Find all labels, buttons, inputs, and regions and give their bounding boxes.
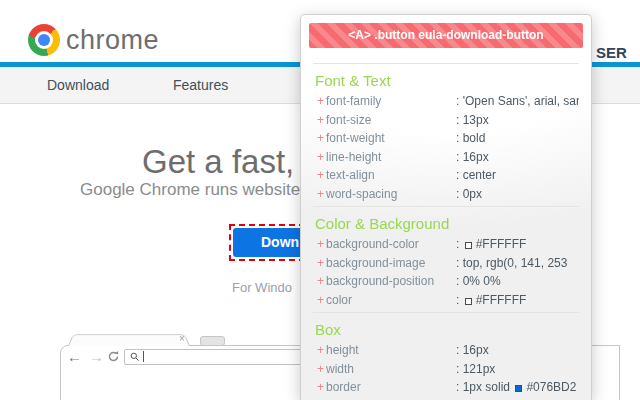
css-property-name: background-color (326, 237, 456, 251)
css-property-value: : #FFFFFF (456, 293, 579, 307)
css-property-value: : #FFFFFF (456, 237, 579, 251)
expand-property-icon[interactable]: + (313, 131, 326, 145)
css-property-row[interactable]: +width: 121px (313, 360, 579, 379)
css-property-row[interactable]: +background-image: top, rgb(0, 141, 253 (313, 254, 579, 273)
css-property-value: : 16px (456, 150, 579, 164)
css-property-row[interactable]: +font-weight: bold (313, 129, 579, 148)
chrome-logo-icon (28, 24, 60, 56)
section-divider (313, 206, 579, 207)
section-divider (313, 312, 579, 313)
css-property-value: : 0px (456, 187, 579, 201)
css-properties-list: Font & Text+font-family: 'Open Sans', ar… (301, 63, 591, 397)
inspected-element-title[interactable]: <A> .button eula-download-button (309, 23, 583, 48)
back-arrow-icon: ← (67, 349, 82, 364)
css-property-value: : center (456, 168, 579, 182)
css-property-name: line-height (326, 150, 456, 164)
css-property-value: : 16px (456, 343, 579, 357)
search-icon (130, 352, 140, 362)
css-property-name: font-size (326, 113, 456, 127)
css-property-row[interactable]: +color: #FFFFFF (313, 291, 579, 310)
expand-property-icon[interactable]: + (313, 168, 326, 182)
expand-property-icon[interactable]: + (313, 343, 326, 357)
css-property-row[interactable]: +line-height: 16px (313, 148, 579, 167)
nav-item-download[interactable]: Download (47, 77, 109, 93)
css-property-value: : bold (456, 131, 579, 145)
expand-property-icon[interactable]: + (313, 187, 326, 201)
css-property-name: width (326, 362, 456, 376)
css-property-row[interactable]: +font-family: 'Open Sans', arial, sans-s… (313, 92, 579, 111)
tab-close-icon: × (179, 334, 185, 344)
forward-arrow-icon: → (89, 349, 104, 364)
color-swatch-icon (515, 385, 522, 392)
platform-caption: For Windo (232, 280, 292, 295)
css-inspector-panel: <A> .button eula-download-button Font & … (300, 14, 592, 400)
css-property-name: font-weight (326, 131, 456, 145)
expand-property-icon[interactable]: + (313, 237, 326, 251)
text-caret (143, 351, 144, 362)
section-divider (313, 63, 579, 64)
css-property-name: border (326, 380, 456, 394)
css-property-name: background-image (326, 256, 456, 270)
expand-property-icon[interactable]: + (313, 150, 326, 164)
css-property-row[interactable]: +background-color: #FFFFFF (313, 235, 579, 254)
css-property-name: color (326, 293, 456, 307)
hero-heading: Get a fast, fr (142, 143, 324, 181)
expand-property-icon[interactable]: + (313, 362, 326, 376)
css-property-value: : 13px (456, 113, 579, 127)
color-swatch-icon (465, 242, 472, 249)
expand-property-icon[interactable]: + (313, 274, 326, 288)
css-property-row[interactable]: +height: 16px (313, 341, 579, 360)
css-section-title: Color & Background (315, 215, 579, 232)
css-property-name: font-family (326, 94, 456, 108)
browser-mockup-tab (68, 334, 190, 346)
expand-property-icon[interactable]: + (313, 293, 326, 307)
nav-item-features[interactable]: Features (173, 77, 228, 93)
css-section-title: Font & Text (315, 72, 579, 89)
css-property-value: : 'Open Sans', arial, sans-serif (456, 94, 579, 108)
css-property-name: height (326, 343, 456, 357)
expand-property-icon[interactable]: + (313, 94, 326, 108)
expand-property-icon[interactable]: + (313, 113, 326, 127)
css-property-value: : 0% 0% (456, 274, 579, 288)
css-property-value: : 1px solid #076BD2 (456, 380, 579, 394)
chrome-wordmark: chrome (66, 25, 159, 56)
css-section-title: Box (315, 321, 579, 338)
css-property-value: : top, rgb(0, 141, 253 (456, 256, 579, 270)
css-property-row[interactable]: +border: 1px solid #076BD2 (313, 378, 579, 397)
css-property-row[interactable]: +word-spacing: 0px (313, 185, 579, 204)
partial-page-title: SER (596, 44, 627, 61)
color-swatch-icon (465, 298, 472, 305)
expand-property-icon[interactable]: + (313, 380, 326, 394)
css-property-value: : 121px (456, 362, 579, 376)
hero-subheading: Google Chrome runs websites a (80, 180, 323, 200)
css-property-row[interactable]: +background-position: 0% 0% (313, 272, 579, 291)
refresh-icon (107, 350, 120, 363)
css-property-row[interactable]: +font-size: 13px (313, 111, 579, 130)
css-property-name: background-position (326, 274, 456, 288)
css-property-row[interactable]: +text-align: center (313, 166, 579, 185)
new-tab-button-icon (200, 336, 225, 346)
chrome-download-page: chrome SER Download Features Get a fast,… (0, 0, 640, 400)
css-property-name: word-spacing (326, 187, 456, 201)
css-property-name: text-align (326, 168, 456, 182)
expand-property-icon[interactable]: + (313, 256, 326, 270)
